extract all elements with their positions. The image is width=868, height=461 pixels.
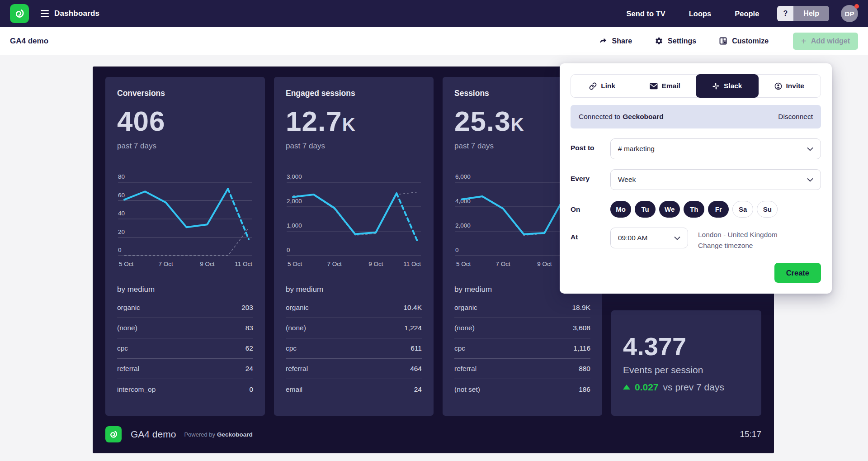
up-arrow-icon [623,385,630,390]
change-timezone-link[interactable]: Change timezone [698,240,778,251]
post-to-label: Post to [571,138,610,152]
row-label: cpc [286,344,297,352]
row-value: 18.9K [572,304,590,312]
table-row: email24 [286,379,422,399]
engaged-sessions-card: Engaged sessions 12.7K past 7 days 01,00… [274,77,434,416]
timezone-info: London - United Kingdom Change timezone [698,228,778,251]
gecko-swirl-icon [14,8,25,19]
line-chart: 01,0002,0003,0005 Oct7 Oct9 Oct11 Oct [286,176,422,269]
metric-value: 406 [117,107,253,135]
navbar-item-loops[interactable]: Loops [689,10,712,18]
tab-slack[interactable]: Slack [696,74,759,98]
weekday-tu[interactable]: Tu [635,201,656,218]
hamburger-icon [41,10,49,17]
table-row: referral464 [286,359,422,379]
weekday-fr[interactable]: Fr [708,201,729,218]
weekday-we[interactable]: We [659,201,680,218]
svg-text:6,000: 6,000 [455,173,471,180]
disconnect-link[interactable]: Disconnect [778,113,813,121]
row-value: 1,224 [404,324,422,332]
share-button[interactable]: Share [599,37,632,45]
weekday-th[interactable]: Th [684,201,704,218]
row-value: 611 [410,344,422,352]
row-label: organic [286,304,309,312]
top-navbar: Dashboards Send to TVLoopsPeople ? Help … [0,0,868,27]
row-label: (none) [117,324,137,332]
table-row: referral880 [454,359,590,379]
dashboards-menu[interactable]: Dashboards [41,9,99,18]
row-value: 0 [249,385,253,394]
weekday-mo[interactable]: Mo [610,201,631,218]
row-label: referral [286,365,308,373]
row-label: (not set) [454,385,480,394]
geckoboard-logo[interactable] [10,4,29,23]
dashboard-toolbar: GA4 demo Share Settings Customize + [0,27,868,55]
row-value: 83 [245,324,253,332]
tab-link[interactable]: Link [571,75,634,97]
slack-icon [712,82,720,90]
breakdown-table: organic10.4K(none)1,224cpc611referral464… [286,298,422,399]
row-value: 464 [410,365,422,373]
row-value: 24 [245,365,253,373]
post-to-select[interactable]: # marketing [610,138,821,159]
dashboards-label: Dashboards [54,9,99,18]
row-label: (none) [454,324,475,332]
chevron-down-icon [807,147,813,151]
time-select[interactable]: 09:00 AM [610,228,688,248]
notification-dot [854,4,859,9]
svg-text:60: 60 [118,192,125,199]
dashboard-footer: GA4 demo Powered byGeckoboard 15:17 [105,421,761,447]
every-label: Every [571,169,610,183]
weekday-sa[interactable]: Sa [732,201,753,218]
metric-period: past 7 days [286,142,422,151]
table-row: cpc611 [286,338,422,359]
svg-text:20: 20 [118,228,125,235]
svg-text:1,000: 1,000 [287,222,302,229]
card-title: Engaged sessions [286,89,422,98]
customize-button[interactable]: Customize [719,37,769,45]
metric-period: past 7 days [117,142,253,151]
settings-button[interactable]: Settings [655,37,696,45]
frequency-select[interactable]: Week [610,169,821,190]
row-value: 10.4K [403,304,422,312]
navbar-item-people[interactable]: People [735,10,759,18]
svg-text:9 Oct: 9 Oct [368,261,383,267]
row-label: email [286,385,302,394]
table-row: organic10.4K [286,298,422,318]
tab-invite[interactable]: Invite [758,75,821,97]
row-label: referral [454,365,476,373]
create-button[interactable]: Create [774,263,821,283]
row-label: referral [117,365,139,373]
metric-delta: 0.027 vs prev 7 days [623,382,750,393]
svg-text:0: 0 [455,247,459,253]
row-value: 3,608 [573,324,590,332]
table-row: organic18.9K [454,298,590,318]
clock: 15:17 [740,429,761,439]
row-label: organic [454,304,477,312]
gear-icon [655,37,663,45]
svg-text:40: 40 [118,210,125,217]
on-label: On [571,200,610,214]
tab-email[interactable]: Email [634,75,697,97]
svg-text:5 Oct: 5 Oct [288,261,302,267]
metric-value: 4.377 [623,334,750,359]
weekday-su[interactable]: Su [757,201,778,218]
row-label: (none) [286,324,306,332]
table-row: referral24 [117,359,253,379]
navbar-item-send-to-tv[interactable]: Send to TV [627,10,665,18]
row-label: organic [117,304,140,312]
question-mark-icon[interactable]: ? [777,6,793,21]
slack-connected-banner: Connected to Geckoboard Disconnect [571,105,821,128]
email-icon [650,83,658,90]
svg-text:11 Oct: 11 Oct [403,261,421,267]
add-widget-button[interactable]: + Add widget [793,33,858,50]
help-button[interactable]: ? Help [777,6,829,21]
table-row: cpc1,116 [454,338,590,359]
metric-label: Events per session [623,365,750,375]
table-row: cpc62 [117,338,253,359]
breakdown-table: organic203(none)83cpc62referral24interco… [117,298,253,399]
navbar-links: Send to TVLoopsPeople [627,10,760,18]
invite-icon [774,82,782,90]
svg-text:7 Oct: 7 Oct [159,261,174,267]
svg-text:11 Oct: 11 Oct [235,261,252,267]
